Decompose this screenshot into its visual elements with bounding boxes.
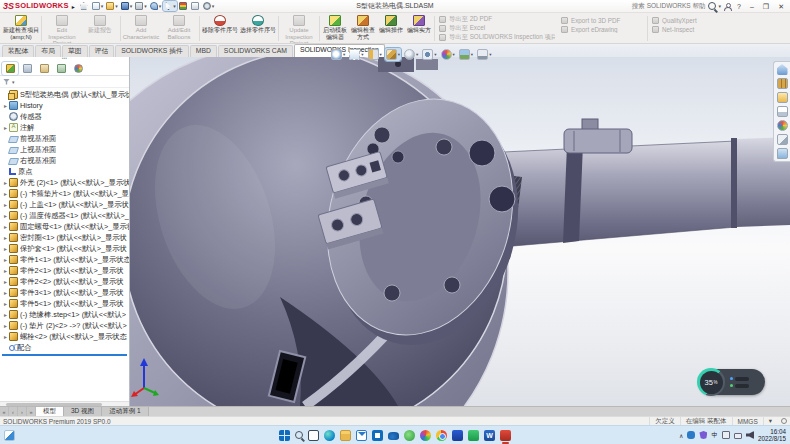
tree-item[interactable]: 配合 — [0, 342, 129, 353]
view-tool-button[interactable]: ▾ — [458, 48, 474, 61]
expand-arrow-icon[interactable]: ▸ — [2, 311, 9, 318]
tree-item[interactable]: ▸ (-) 温度传感器<1> (默认<<默认>_显示 — [0, 210, 129, 221]
ime-indicator[interactable]: 中 — [711, 431, 718, 440]
tree-item[interactable]: ▸ (-) 绝缘棒.step<1> (默认<<默认> — [0, 309, 129, 320]
tree-item[interactable]: ▸ 注解 — [0, 122, 129, 133]
solidworks-forum-icon[interactable] — [777, 148, 788, 159]
expand-arrow-icon[interactable]: ▸ — [2, 333, 9, 340]
quick-access-button[interactable]: ▾ — [149, 1, 163, 11]
ribbon-button[interactable]: 编辑操作 — [377, 14, 405, 43]
close-button[interactable]: ✕ — [775, 1, 787, 12]
command-tab[interactable]: SOLIDWORKS CAM — [218, 45, 293, 57]
tree-item[interactable]: ▸ 零件3<1> (默认<<默认>_显示状 — [0, 287, 129, 298]
quick-access-button[interactable] — [190, 1, 201, 11]
tray-keyboard-icon[interactable] — [722, 431, 730, 439]
tab-nav-button[interactable]: » — [27, 407, 36, 416]
graphics-viewport[interactable] — [130, 57, 790, 406]
quick-access-button[interactable]: ▾ — [163, 1, 177, 11]
view-tool-button[interactable]: ▾ — [403, 48, 419, 61]
media-player-icon[interactable] — [420, 430, 431, 441]
featuremanager-tab-icon[interactable] — [2, 62, 18, 75]
tree-item[interactable]: ▸ 螺栓<2> (默认<<默认>_显示状态 — [0, 331, 129, 342]
view-tool-button[interactable]: ▾ — [385, 48, 401, 61]
document-tab[interactable]: 3D 视图 — [64, 407, 102, 416]
solidworks-resources-icon[interactable] — [777, 64, 788, 75]
tray-speaker-icon[interactable] — [746, 431, 754, 439]
tree-item[interactable]: ▸ History — [0, 100, 129, 111]
ribbon-button[interactable]: Edit Inspection Project — [43, 14, 81, 43]
ribbon-button[interactable]: 编辑实方 — [405, 14, 433, 43]
view-tool-button[interactable]: ▾ — [476, 48, 492, 61]
tree-item[interactable]: ▸ 保护套<1> (默认<<默认>_显示状 — [0, 243, 129, 254]
quick-access-button[interactable]: ▾ — [91, 1, 105, 11]
command-tab[interactable]: 布局 — [35, 45, 61, 57]
command-tab[interactable]: SOLIDWORKS 插件 — [115, 45, 189, 57]
custom-properties-icon[interactable] — [777, 134, 788, 145]
expand-arrow-icon[interactable]: ▸ — [2, 234, 9, 241]
command-tab[interactable]: MBD — [190, 45, 217, 57]
ribbon-button[interactable]: 新建报告 — [81, 14, 119, 43]
view-tool-button[interactable]: ▾ — [440, 48, 456, 61]
onedrive-icon[interactable] — [388, 432, 399, 440]
mail-icon[interactable] — [356, 430, 367, 441]
quick-access-button[interactable]: ▾ — [134, 1, 148, 11]
tray-defender-icon[interactable] — [699, 431, 707, 439]
task-view-icon[interactable] — [308, 430, 319, 441]
ribbon-button[interactable]: 移除零件序号 — [201, 14, 239, 43]
user-account-icon[interactable] — [724, 3, 731, 10]
globe-icon[interactable] — [781, 418, 787, 424]
quick-access-button[interactable]: ▾ — [105, 1, 119, 11]
taskbar-clock[interactable]: 16:04 2022/8/15 — [758, 428, 786, 442]
view-tool-button[interactable]: ▾ — [330, 48, 346, 61]
word-icon[interactable]: W — [484, 430, 495, 441]
quick-access-button[interactable]: ▾ — [202, 1, 216, 11]
ribbon-button[interactable]: 选择零件序号 — [239, 14, 277, 43]
export-menu-item[interactable]: 导出至 Excel — [439, 25, 555, 33]
tree-item[interactable]: ▸ 密封圈<1> (默认<<默认>_显示状 — [0, 232, 129, 243]
solidworks-app-icon[interactable] — [500, 430, 511, 441]
tree-item[interactable]: 右视基准面 — [0, 155, 129, 166]
expand-arrow-icon[interactable]: ▸ — [2, 102, 9, 109]
recorder-control[interactable] — [735, 377, 749, 381]
expand-arrow-icon[interactable]: ▸ — [2, 223, 9, 230]
tree-item[interactable]: ▸ 零件2<2> (默认<<默认>_显示状 — [0, 276, 129, 287]
command-tab[interactable]: 装配体 — [2, 45, 34, 57]
ribbon-button[interactable]: Add/Edit Balloons — [160, 14, 198, 43]
tree-item[interactable]: ▸ 零件5<1> (默认<<默认>_显示状 — [0, 298, 129, 309]
tree-root-item[interactable]: S型铠装热电偶 (默认<默认_显示状态-1> — [0, 89, 129, 100]
help-button[interactable]: ? — [734, 1, 744, 12]
help-search-input[interactable]: 搜索 SOLIDWORKS 帮助 ▾ — [632, 2, 721, 11]
edge-icon[interactable] — [324, 430, 335, 441]
ribbon-button[interactable]: 启动模板编辑器 — [321, 14, 349, 43]
ribbon-button[interactable]: Add Characteristic — [122, 14, 160, 43]
tree-filter[interactable]: ▾ — [0, 76, 129, 88]
expand-arrow-icon[interactable]: ▸ — [2, 256, 9, 263]
export-menu-item[interactable]: Net-Inspect — [652, 25, 722, 33]
start-button[interactable] — [279, 430, 290, 441]
expand-arrow-icon[interactable]: ▸ — [2, 245, 9, 252]
tab-nav-button[interactable]: › — [18, 407, 27, 416]
tree-item[interactable]: 原点 — [0, 166, 129, 177]
tray-display-icon[interactable] — [734, 433, 742, 439]
view-tool-button[interactable]: ▾ — [421, 48, 437, 61]
expand-arrow-icon[interactable]: ▸ — [2, 267, 9, 274]
tab-nav-button[interactable]: ‹ — [9, 407, 18, 416]
tree-item[interactable]: ▸ (-) 垫片 (2)<2> ->? (默认<<默认> — [0, 320, 129, 331]
expand-arrow-icon[interactable]: ▸ — [2, 124, 9, 131]
app-green-icon[interactable] — [404, 430, 415, 441]
recorder-control[interactable] — [735, 384, 749, 388]
tree-item[interactable]: ▸ 零件2<1> (默认<<默认>_显示状 — [0, 265, 129, 276]
tree-item[interactable]: ▸ 外壳 (2)<1> (默认<<默认>_显示状 — [0, 177, 129, 188]
expand-arrow-icon[interactable]: ▸ — [2, 300, 9, 307]
tray-onedrive-icon[interactable] — [687, 431, 695, 439]
expand-arrow-icon[interactable]: ▸ — [2, 322, 9, 329]
displaymanager-tab-icon[interactable] — [70, 62, 86, 75]
tree-item[interactable]: ▸ 固定螺母<1> (默认<<默认>_显示状 — [0, 221, 129, 232]
view-tool-button[interactable]: ▾ — [367, 48, 383, 61]
notes-app-icon[interactable] — [468, 430, 479, 441]
export-menu-item[interactable]: Export eDrawing — [561, 25, 643, 33]
taskbar-explorer-icon[interactable] — [340, 430, 351, 441]
quick-access-button[interactable] — [178, 1, 189, 11]
ribbon-button[interactable]: Update Inspection Project — [280, 14, 318, 43]
scrollbar-thumb[interactable] — [6, 403, 102, 406]
